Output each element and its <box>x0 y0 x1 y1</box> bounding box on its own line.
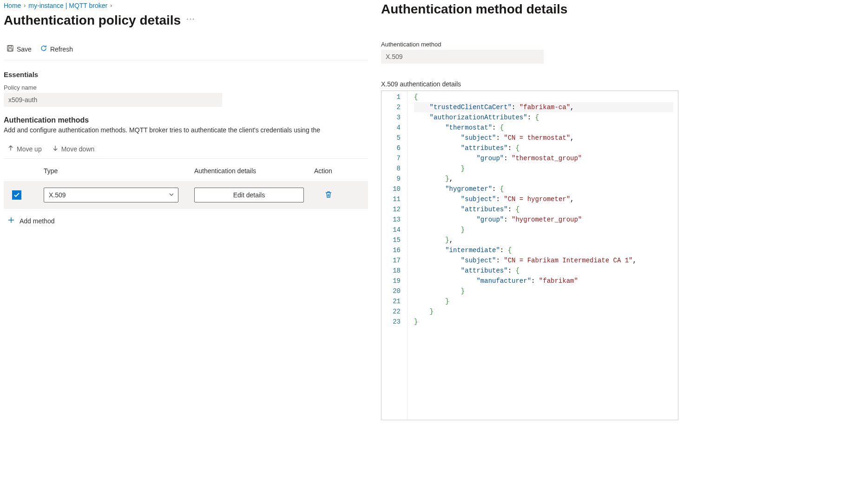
arrow-down-icon <box>52 145 59 153</box>
chevron-right-icon: › <box>110 2 112 9</box>
column-action: Action <box>314 167 368 175</box>
x509-details-label: X.509 authentication details <box>381 80 859 88</box>
svg-rect-1 <box>9 46 12 47</box>
essentials-heading: Essentials <box>4 71 368 78</box>
move-down-button[interactable]: Move down <box>52 145 95 153</box>
arrow-up-icon <box>7 145 14 153</box>
save-button[interactable]: Save <box>7 45 32 53</box>
chevron-down-icon <box>169 191 174 199</box>
line-gutter: 1234567891011121314151617181920212223 <box>381 91 408 420</box>
type-select[interactable]: X.509 <box>44 188 178 202</box>
save-label: Save <box>17 46 32 53</box>
add-method-label: Add method <box>20 217 55 225</box>
save-icon <box>7 45 14 53</box>
code-content[interactable]: { "trustedClientCaCert": "fabrikam-ca", … <box>408 91 678 420</box>
policy-name-field: x509-auth <box>4 93 222 107</box>
refresh-label: Refresh <box>50 46 73 53</box>
breadcrumb: Home › my-instance | MQTT broker › <box>4 2 368 9</box>
more-menu-button[interactable]: ··· <box>186 15 195 26</box>
column-type: Type <box>44 167 194 175</box>
methods-table-header: Type Authentication details Action <box>4 159 368 181</box>
main-pane: Home › my-instance | MQTT broker › Authe… <box>0 0 372 501</box>
code-editor[interactable]: 1234567891011121314151617181920212223 { … <box>381 91 678 420</box>
chevron-right-icon: › <box>24 2 26 9</box>
column-details: Authentication details <box>194 167 314 175</box>
edit-details-label: Edit details <box>233 191 265 199</box>
auth-method-field: X.509 <box>381 50 544 64</box>
move-up-label: Move up <box>17 145 42 153</box>
auth-methods-heading: Authentication methods <box>4 116 368 124</box>
breadcrumb-home[interactable]: Home <box>4 2 21 9</box>
svg-rect-2 <box>8 49 12 51</box>
toolbar: Save Refresh <box>4 41 368 60</box>
delete-row-button[interactable] <box>324 193 333 200</box>
breadcrumb-instance[interactable]: my-instance | MQTT broker <box>28 2 107 9</box>
table-row: X.509 Edit details <box>4 181 368 209</box>
auth-method-label: Authentication method <box>381 41 859 48</box>
trash-icon <box>324 193 333 200</box>
details-panel: Authentication method details Authentica… <box>372 0 868 501</box>
panel-title: Authentication method details <box>381 2 859 17</box>
refresh-icon <box>40 45 47 53</box>
policy-name-label: Policy name <box>4 84 368 91</box>
move-up-button[interactable]: Move up <box>7 145 42 153</box>
reorder-toolbar: Move up Move down <box>4 141 368 159</box>
move-down-label: Move down <box>61 145 95 153</box>
page-title: Authentication policy details <box>4 13 181 28</box>
add-method-button[interactable]: Add method <box>4 209 59 233</box>
refresh-button[interactable]: Refresh <box>40 45 73 53</box>
plus-icon <box>7 216 15 225</box>
row-checkbox[interactable] <box>12 190 21 200</box>
edit-details-button[interactable]: Edit details <box>194 188 304 202</box>
type-select-value: X.509 <box>49 191 66 199</box>
auth-methods-description: Add and configure authentication methods… <box>4 126 368 134</box>
essentials-section: Essentials Policy name x509-auth <box>4 71 368 107</box>
